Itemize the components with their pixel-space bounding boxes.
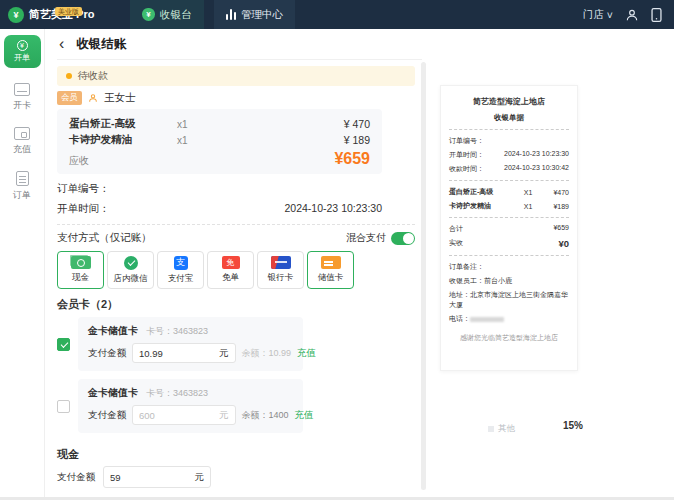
pay-amount-field: 元 <box>132 343 236 363</box>
item-name: 卡诗护发精油 <box>69 133 177 147</box>
payment-method-storedcard[interactable]: 储值卡 <box>307 251 354 289</box>
tab-admin-center[interactable]: 管理中心 <box>214 0 296 29</box>
customer-badge: 会员 <box>57 91 82 105</box>
payment-method-free[interactable]: 免 免单 <box>207 251 254 289</box>
receipt-doc-title: 收银单据 <box>449 113 569 123</box>
document-icon <box>16 171 29 186</box>
cash-icon <box>71 256 91 269</box>
status-banner: 待收款 <box>57 66 415 86</box>
member-cards-title: 会员卡（2） <box>57 297 422 312</box>
cash-amount-input[interactable] <box>110 472 190 483</box>
brand-logo-icon: ¥ <box>8 7 24 23</box>
receipt-paid-row: 实收 ¥0 <box>449 238 569 249</box>
payment-method-cash[interactable]: 现金 <box>57 251 104 289</box>
brand-badge: 美业版 <box>55 7 82 16</box>
divider <box>57 224 415 225</box>
device-icon[interactable] <box>651 8 662 22</box>
redacted-phone <box>470 317 504 322</box>
cash-row: 支付金额 元 <box>57 466 422 488</box>
order-no-label: 订单编号： <box>57 182 110 196</box>
moneybag-icon: ¥ <box>142 8 155 21</box>
customer-name: 王女士 <box>104 91 136 105</box>
payment-title: 支付方式（仅记账） <box>57 231 152 245</box>
back-button[interactable]: ‹ <box>57 36 66 52</box>
member-card-checkbox[interactable] <box>57 400 70 413</box>
divider <box>449 129 569 130</box>
divider <box>449 255 569 256</box>
sidebar: ¥ 开单 开卡 充值 订单 <box>0 29 45 500</box>
unit-label: 元 <box>219 347 229 360</box>
item-qty: x1 <box>177 135 344 146</box>
tab-cashier-label: 收银台 <box>160 8 192 22</box>
member-card-checkbox[interactable] <box>57 338 70 351</box>
sidebar-item-orders[interactable]: 订单 <box>13 171 31 202</box>
sidebar-item-open-card[interactable]: 开卡 <box>13 83 31 112</box>
bar-chart-icon <box>226 9 237 20</box>
order-items-box: 蛋白矫正-高级 x1 ¥ 470 卡诗护发精油 x1 ¥ 189 应收 ¥659 <box>57 109 382 174</box>
wechat-icon <box>124 256 138 270</box>
balance-label: 余额：10.99 <box>242 347 292 360</box>
card-icon <box>14 83 30 96</box>
bankcard-icon <box>271 256 291 269</box>
app-window: ¥ 简艺美业 Pro 美业版 ¥ 收银台 管理中心 门店 ˅ ¥ <box>0 0 674 500</box>
payment-methods: 现金 店内微信 支 支付宝 免 免单 银行卡 储值卡 <box>57 251 422 289</box>
mixed-pay: 混合支付 <box>346 231 415 245</box>
pay-amount-input[interactable] <box>139 348 219 359</box>
order-item-row: 卡诗护发精油 x1 ¥ 189 <box>69 132 370 148</box>
topbar: ¥ 简艺美业 Pro 美业版 ¥ 收银台 管理中心 门店 ˅ <box>0 0 674 29</box>
wallet-icon <box>14 127 30 140</box>
sidebar-item-label: 充值 <box>13 143 31 156</box>
receipt-preview: 简艺造型海淀上地店 收银单据 订单编号： 开单时间： 2024-10-23 10… <box>440 85 578 371</box>
order-no-row: 订单编号： <box>57 182 382 196</box>
mixed-pay-toggle[interactable] <box>391 232 415 245</box>
scrollbar[interactable] <box>421 62 426 490</box>
payment-method-wechat[interactable]: 店内微信 <box>107 251 154 289</box>
chevron-down-icon: ˅ <box>607 9 613 21</box>
divider <box>449 217 569 218</box>
topbar-tabs: ¥ 收银台 管理中心 <box>130 0 295 29</box>
storedcard-icon <box>321 256 341 269</box>
due-label: 应收 <box>69 154 89 168</box>
member-card-number: 卡号：3463823 <box>146 325 208 338</box>
cash-amount-field: 元 <box>103 466 211 488</box>
item-name: 蛋白矫正-高级 <box>69 117 177 131</box>
tab-cashier[interactable]: ¥ 收银台 <box>130 0 204 29</box>
sidebar-item-recharge[interactable]: 充值 <box>13 127 31 156</box>
member-card-row: 金卡储值卡 卡号：3463823 支付金额 元 余额：10.99 充值 <box>57 317 422 371</box>
pay-amount-input[interactable] <box>139 410 219 421</box>
page-header: ‹ 收银结账 <box>57 29 422 60</box>
open-time-row: 开单时间： 2024-10-23 10:23:30 <box>57 202 382 216</box>
member-card-box: 金卡储值卡 卡号：3463823 支付金额 元 余额：1400 充值 <box>78 379 303 433</box>
member-card-number: 卡号：3463823 <box>146 387 208 400</box>
topbar-right: 门店 ˅ <box>583 8 674 22</box>
pay-amount-label: 支付金额 <box>88 409 126 422</box>
user-icon[interactable] <box>625 8 639 22</box>
store-selector[interactable]: 门店 ˅ <box>583 8 613 22</box>
yuan-circle-icon: ¥ <box>17 40 28 51</box>
recharge-link[interactable]: 充值 <box>297 347 316 360</box>
status-banner-label: 待收款 <box>78 69 108 83</box>
free-ticket-icon: 免 <box>222 256 240 269</box>
unit-label: 元 <box>219 409 229 422</box>
due-row: 应收 ¥659 <box>69 150 370 168</box>
recharge-link[interactable]: 充值 <box>295 409 314 422</box>
receipt-note: 订单备注： <box>449 262 569 272</box>
divider <box>449 180 569 181</box>
order-item-row: 蛋白矫正-高级 x1 ¥ 470 <box>69 116 370 132</box>
payment-method-bankcard[interactable]: 银行卡 <box>257 251 304 289</box>
unit-label: 元 <box>195 471 205 484</box>
receipt-total-row: 合计 ¥659 <box>449 224 569 234</box>
receipt-open-time: 开单时间： 2024-10-23 10:23:30 <box>449 150 569 160</box>
cash-amount-label: 支付金额 <box>57 471 95 484</box>
checkout-pane: ‹ 收银结账 待收款 会员 王女士 蛋白矫正-高级 x1 ¥ 470 卡诗护发精… <box>45 29 422 500</box>
receipt-order-no: 订单编号： <box>449 136 569 146</box>
payment-method-alipay[interactable]: 支 支付宝 <box>157 251 204 289</box>
tab-admin-label: 管理中心 <box>241 8 283 22</box>
sidebar-item-new-order[interactable]: ¥ 开单 <box>4 35 41 68</box>
receipt-address: 地址：北京市海淀区上地三街金隅嘉华大厦 <box>449 290 569 310</box>
cash-section-title: 现金 <box>57 447 422 462</box>
legend-percent: 15% <box>563 420 583 431</box>
due-amount: ¥659 <box>334 150 370 168</box>
alipay-icon: 支 <box>174 256 188 270</box>
member-card-name: 金卡储值卡 <box>88 386 138 400</box>
